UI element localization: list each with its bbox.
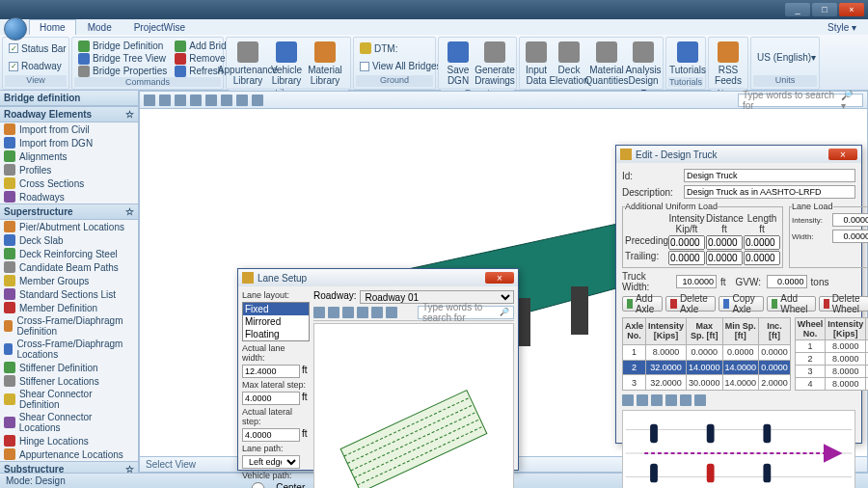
lane-layout-fixed[interactable]: Fixed	[243, 303, 309, 315]
deck-elevation-button[interactable]: Deck Elevation	[551, 40, 587, 88]
bridge-definition-button[interactable]: Bridge Definition	[76, 40, 169, 52]
section-substructure[interactable]: Substructure☆	[0, 461, 138, 473]
trailing-intensity-input[interactable]	[668, 251, 705, 265]
lane-dialog-close-button[interactable]: ×	[485, 272, 514, 284]
preceding-intensity-input[interactable]	[668, 235, 705, 250]
gvw-input[interactable]	[767, 275, 807, 288]
trailing-distance-input[interactable]	[706, 251, 743, 265]
vp-tool-icon[interactable]	[236, 95, 248, 106]
tutorials-button[interactable]: Tutorials	[668, 40, 707, 77]
preceding-length-input[interactable]	[744, 235, 780, 250]
material-quantities-button[interactable]: Material Quantities	[587, 40, 626, 88]
appurtenance-library-button[interactable]: Appurtenance Library	[229, 40, 267, 88]
vp-tool-icon[interactable]	[205, 95, 217, 106]
sidebar-item[interactable]: Deck Reinforcing Steel	[0, 247, 138, 260]
app-menu-orb[interactable]	[4, 17, 27, 41]
view-all-bridges-toggle[interactable]: View All Bridges	[358, 60, 444, 72]
lane-dialog-titlebar[interactable]: Lane Setup ×	[238, 269, 518, 286]
edit-dialog-titlebar[interactable]: Edit - Design Truck ×	[616, 146, 861, 163]
section-roadway-elements[interactable]: Roadway Elements☆	[0, 106, 138, 122]
add-axle-button[interactable]: Add Axle	[622, 296, 663, 312]
generate-drawings-button[interactable]: Generate Drawings	[475, 40, 514, 88]
lane-layout-floating[interactable]: Floating	[243, 328, 309, 340]
lane-path-select[interactable]: Left edge of deck	[242, 455, 300, 469]
preceding-distance-input[interactable]	[706, 235, 743, 250]
axle-tool-icon[interactable]	[637, 394, 648, 406]
sidebar-item[interactable]: Deck Slab	[0, 233, 138, 247]
section-superstructure[interactable]: Superstructure☆	[0, 203, 138, 220]
sidebar-item[interactable]: Import from DGN	[0, 136, 138, 149]
sidebar-item[interactable]: Cross-Frame/Diaphragm Definition	[0, 314, 138, 338]
sidebar-item[interactable]: Shear Connector Locations	[0, 411, 138, 434]
vp-tool-icon[interactable]	[144, 95, 155, 106]
actual-lane-width-input[interactable]	[242, 365, 300, 378]
axle-tool-icon[interactable]	[622, 394, 634, 406]
truck-width-input[interactable]	[676, 275, 717, 288]
description-input[interactable]	[684, 185, 855, 199]
lane-intensity-input[interactable]	[832, 213, 868, 227]
sidebar-item[interactable]: Member Definition	[0, 301, 138, 314]
axle-diagram-canvas[interactable]	[622, 410, 855, 488]
sidebar-item[interactable]: Standard Sections List	[0, 287, 138, 301]
vehicle-path-center-radio[interactable]	[242, 482, 274, 488]
bridge-properties-button[interactable]: Bridge Properties	[76, 65, 169, 77]
input-data-button[interactable]: Input Data	[522, 40, 551, 88]
lane-search-input[interactable]: Type words to search for 🔎	[418, 306, 514, 319]
toggle-roadway[interactable]: ✓Roadway	[7, 60, 68, 72]
tab-mode[interactable]: Mode	[77, 19, 122, 35]
toggle-status-bar[interactable]: ✓Status Bar	[7, 42, 68, 55]
trailing-length-input[interactable]	[744, 251, 780, 265]
sidebar-item[interactable]: Roadways	[0, 190, 138, 203]
delete-wheel-button[interactable]: Delete Wheel	[819, 296, 868, 312]
analysis-design-button[interactable]: Analysis Design ▾	[626, 40, 661, 98]
material-library-button[interactable]: Material Library	[306, 40, 344, 88]
delete-axle-button[interactable]: Delete Axle	[665, 296, 716, 312]
vehicle-library-button[interactable]: Vehicle Library	[267, 40, 306, 88]
sidebar-item[interactable]: Stiffener Locations	[0, 374, 138, 388]
axle-tool-icon[interactable]	[680, 394, 692, 406]
actual-lateral-step-input[interactable]	[242, 428, 300, 442]
lane-plan-canvas[interactable]	[313, 323, 514, 488]
edit-dialog-close-button[interactable]: ×	[828, 149, 857, 160]
sidebar-item[interactable]: Stiffener Definition	[0, 361, 138, 374]
vp-tool-icon[interactable]	[221, 95, 232, 106]
vp-tool-icon[interactable]	[252, 95, 263, 106]
dtm-dropdown[interactable]: DTM:	[358, 42, 444, 55]
tab-home[interactable]: Home	[29, 19, 76, 35]
axle-tool-icon[interactable]	[665, 394, 677, 406]
sidebar-item[interactable]: Shear Connector Definition	[0, 388, 138, 411]
tab-projectwise[interactable]: ProjectWise	[123, 19, 196, 35]
bridge-tree-view-button[interactable]: Bridge Tree View	[76, 52, 169, 65]
rss-feeds-button[interactable]: RSS Feeds	[711, 40, 746, 88]
wheel-table[interactable]: Wheel No.Intensity [Kips]Position [ft] 1…	[795, 317, 868, 391]
sidebar-item[interactable]: Cross Sections	[0, 176, 138, 190]
lane-width-input[interactable]	[832, 230, 868, 243]
sidebar-item[interactable]: Hinge Locations	[0, 434, 138, 447]
sidebar-item[interactable]: Alignments	[0, 149, 138, 163]
sidebar-item[interactable]: Member Groups	[0, 274, 138, 287]
vp-tool-icon[interactable]	[175, 95, 186, 106]
axle-tool-icon[interactable]	[651, 394, 663, 406]
window-minimize-button[interactable]: _	[785, 3, 810, 16]
axle-tool-icon[interactable]	[694, 394, 706, 406]
lane-tool-icon[interactable]	[342, 307, 354, 318]
id-input[interactable]	[684, 169, 855, 182]
window-close-button[interactable]: ×	[839, 3, 864, 16]
sidebar-item[interactable]: Cross-Frame/Diaphragm Locations	[0, 338, 138, 361]
vp-tool-icon[interactable]	[159, 95, 171, 106]
axle-table[interactable]: Axle No.Intensity [Kips]Max Sp. [ft]Min …	[622, 317, 791, 391]
lane-tool-icon[interactable]	[313, 307, 325, 318]
lane-tool-icon[interactable]	[371, 307, 383, 318]
sidebar-item[interactable]: Pier/Abutment Locations	[0, 220, 138, 233]
copy-axle-button[interactable]: Copy Axle	[719, 296, 763, 312]
window-maximize-button[interactable]: □	[812, 3, 837, 16]
vp-tool-icon[interactable]	[190, 95, 202, 106]
save-dgn-button[interactable]: Save DGN	[441, 40, 475, 88]
style-dropdown[interactable]: Style ▾	[817, 19, 867, 35]
sidebar-item[interactable]: Appurtenance Locations	[0, 447, 138, 461]
lane-tool-icon[interactable]	[357, 307, 368, 318]
max-lateral-step-input[interactable]	[242, 392, 300, 405]
add-wheel-button[interactable]: Add Wheel	[767, 296, 816, 312]
sidebar-item[interactable]: Candidate Beam Paths	[0, 260, 138, 274]
sidebar-item[interactable]: Profiles	[0, 163, 138, 176]
